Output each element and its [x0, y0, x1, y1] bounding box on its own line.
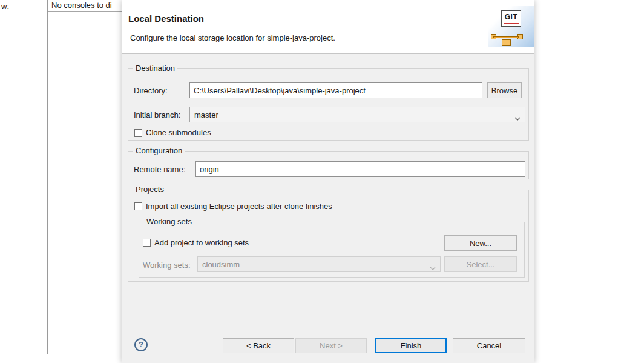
next-button[interactable]: Next >	[295, 338, 367, 353]
import-projects-checkbox[interactable]	[134, 202, 142, 210]
git-connector-icon	[493, 36, 519, 38]
back-button[interactable]: < Back	[223, 338, 294, 353]
git-wizard-icon: GIT	[488, 6, 534, 47]
help-button[interactable]: ?	[134, 338, 148, 351]
initial-branch-value: master	[194, 110, 218, 119]
cancel-button[interactable]: Cancel	[453, 338, 525, 353]
configuration-group-label: Configuration	[133, 146, 185, 155]
destination-group-label: Destination	[133, 64, 177, 73]
working-sets-value: cloudsimm	[202, 260, 240, 269]
chevron-down-icon	[430, 263, 436, 272]
directory-input[interactable]	[189, 82, 482, 98]
working-sets-group: Working sets Add project to working sets…	[139, 222, 525, 278]
projects-group: Projects Import all existing Eclipse pro…	[128, 190, 529, 282]
add-working-sets-checkbox[interactable]	[143, 239, 151, 247]
destination-group: Destination Directory: Browse Initial br…	[128, 68, 529, 141]
browse-button[interactable]: Browse	[487, 82, 522, 98]
configuration-group: Configuration Remote name:	[128, 151, 529, 179]
git-logo: GIT	[501, 10, 521, 27]
help-question-icon: ?	[139, 340, 143, 349]
background-partial-label: w:	[1, 2, 9, 11]
clone-submodules-checkbox[interactable]	[134, 129, 142, 137]
working-sets-combo[interactable]: cloudsimm	[197, 256, 441, 272]
clone-wizard-dialog: Local Destination Configure the local st…	[122, 0, 534, 363]
directory-label: Directory:	[134, 86, 168, 95]
console-header: No consoles to di	[48, 0, 122, 12]
initial-branch-combo[interactable]: master	[189, 107, 525, 122]
console-message: No consoles to di	[51, 1, 112, 10]
initial-branch-label: Initial branch:	[134, 110, 180, 119]
chevron-down-icon	[514, 113, 521, 122]
import-projects-label: Import all existing Eclipse projects aft…	[146, 202, 332, 211]
projects-group-label: Projects	[133, 185, 166, 194]
select-working-set-button[interactable]: Select...	[444, 256, 517, 272]
wizard-header: Local Destination Configure the local st…	[122, 0, 534, 54]
remote-name-input[interactable]	[196, 161, 525, 177]
screen: { "colors": { "accent_blue": "#0078d7", …	[0, 0, 644, 363]
wizard-subtitle: Configure the local storage location for…	[130, 33, 335, 42]
finish-button[interactable]: Finish	[375, 338, 447, 353]
wizard-title: Local Destination	[128, 13, 204, 24]
git-node-icon	[502, 39, 511, 46]
clone-submodules-label: Clone submodules	[146, 128, 211, 137]
remote-name-label: Remote name:	[134, 165, 185, 174]
working-sets-field-label: Working sets:	[143, 261, 191, 270]
git-logo-underline	[504, 23, 519, 24]
git-logo-text: GIT	[505, 13, 518, 21]
working-sets-group-label: Working sets	[144, 217, 194, 226]
footer-separator	[122, 322, 534, 322]
console-panel: No consoles to di	[47, 0, 122, 354]
new-working-set-button[interactable]: New...	[444, 235, 517, 251]
add-working-sets-label: Add project to working sets	[154, 238, 249, 247]
